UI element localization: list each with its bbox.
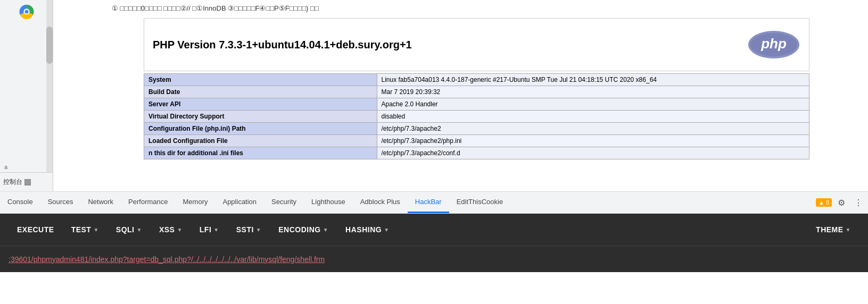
tab-item-memory[interactable]: Memory xyxy=(176,192,216,213)
hackbar-btn-xss[interactable]: XSS▼ xyxy=(151,221,191,238)
hackbar-btn-execute[interactable]: EXECUTE xyxy=(9,221,63,238)
svg-text:php: php xyxy=(760,36,787,52)
table-row: Build DateMar 7 2019 20:39:32 xyxy=(144,86,809,98)
garbled-text-line: ① □□□□□0□□□□ □□□□②// □①InnoDB ③□□□□□F④□□… xyxy=(53,0,868,16)
vertical-scrollbar[interactable] xyxy=(46,0,53,191)
table-row: Configuration File (php.ini) Path/etc/ph… xyxy=(144,123,809,135)
tab-item-hackbar[interactable]: HackBar xyxy=(408,192,449,213)
dropdown-arrow: ▼ xyxy=(213,227,219,233)
main-content: ① □□□□□0□□□□ □□□□②// □①InnoDB ③□□□□□F④□□… xyxy=(53,0,868,191)
php-logo: php xyxy=(747,29,800,60)
table-row: Loaded Configuration File/etc/php/7.3/ap… xyxy=(144,135,809,147)
table-row: SystemLinux fab5a704a013 4.4.0-187-gener… xyxy=(144,74,809,86)
warning-badge[interactable]: ▲ 8 xyxy=(816,198,832,207)
chrome-icon xyxy=(18,3,35,20)
table-cell-label: System xyxy=(144,74,377,86)
tab-item-console[interactable]: Console xyxy=(0,192,40,213)
tab-item-sources[interactable]: Sources xyxy=(40,192,81,213)
tab-item-performance[interactable]: Performance xyxy=(121,192,175,213)
dropdown-arrow: ▼ xyxy=(93,227,98,233)
table-row: Virtual Directory Supportdisabled xyxy=(144,111,809,123)
php-info-table: SystemLinux fab5a704a013 4.4.0-187-gener… xyxy=(144,73,809,159)
table-cell-value: /etc/php/7.3/apache2/php.ini xyxy=(377,135,809,147)
dropdown-arrow: ▼ xyxy=(384,227,389,233)
tabs-right-controls: ▲ 8 ⚙ ⋮ xyxy=(816,192,868,213)
dropdown-arrow: ▼ xyxy=(323,227,328,233)
table-cell-value: /etc/php/7.3/apache2 xyxy=(377,123,809,135)
dropdown-arrow: ▼ xyxy=(846,227,851,233)
scroll-thumb[interactable] xyxy=(46,27,53,64)
tab-item-adblock-plus[interactable]: Adblock Plus xyxy=(353,192,408,213)
table-cell-value: /etc/php/7.3/apache2/conf.d xyxy=(377,147,809,159)
more-button[interactable]: ⋮ xyxy=(851,195,866,210)
tab-item-security[interactable]: Security xyxy=(264,192,304,213)
hackbar-btn-theme[interactable]: THEME▼ xyxy=(807,221,859,238)
left-sidebar: 控制台 a xyxy=(0,0,53,191)
hackbar-btn-sqli[interactable]: SQLI▼ xyxy=(108,221,151,238)
tab-item-application[interactable]: Application xyxy=(215,192,264,213)
devtools-tabs-bar: ConsoleSourcesNetworkPerformanceMemoryAp… xyxy=(0,191,868,214)
hackbar-btn-ssti[interactable]: SSTI▼ xyxy=(228,221,270,238)
table-cell-label: Server API xyxy=(144,98,377,111)
table-cell-label: Configuration File (php.ini) Path xyxy=(144,123,377,135)
table-row: n this dir for additional .ini files/etc… xyxy=(144,147,809,159)
hackbar-btn-encoding[interactable]: ENCODING▼ xyxy=(270,221,337,238)
dropdown-arrow: ▼ xyxy=(256,227,261,233)
sidebar-letter: a xyxy=(4,164,7,170)
hackbar-toolbar: EXECUTETEST▼SQLI▼XSS▼LFI▼SSTI▼ENCODING▼H… xyxy=(0,214,868,246)
table-cell-value: Mar 7 2019 20:39:32 xyxy=(377,86,809,98)
table-row: Server APIApache 2.0 Handler xyxy=(144,98,809,111)
hackbar-btn-lfi[interactable]: LFI▼ xyxy=(191,221,228,238)
hackbar-btn-test[interactable]: TEST▼ xyxy=(63,221,108,238)
table-cell-label: n this dir for additional .ini files xyxy=(144,147,377,159)
svg-point-3 xyxy=(24,10,28,14)
table-cell-label: Build Date xyxy=(144,86,377,98)
settings-button[interactable]: ⚙ xyxy=(834,195,849,210)
table-cell-value: Apache 2.0 Handler xyxy=(377,98,809,111)
table-cell-label: Loaded Configuration File xyxy=(144,135,377,147)
php-version-text: PHP Version 7.3.3-1+ubuntu14.04.1+deb.su… xyxy=(153,39,412,51)
url-bar: :39601/phpmyadmin481/index.php?target=db… xyxy=(0,246,868,272)
panel-icon xyxy=(24,179,31,185)
php-info-box: PHP Version 7.3.3-1+ubuntu14.04.1+deb.su… xyxy=(144,18,809,71)
console-panel-label: 控制台 xyxy=(0,172,53,191)
tab-item-editthiscookie[interactable]: EditThisCookie xyxy=(449,192,510,213)
tab-item-network[interactable]: Network xyxy=(80,192,121,213)
tab-item-lighthouse[interactable]: Lighthouse xyxy=(304,192,353,213)
dropdown-arrow: ▼ xyxy=(136,227,142,233)
table-cell-label: Virtual Directory Support xyxy=(144,111,377,123)
hackbar-btn-hashing[interactable]: HASHING▼ xyxy=(337,221,398,238)
table-cell-value: Linux fab5a704a013 4.4.0-187-generic #21… xyxy=(377,74,809,86)
url-text[interactable]: :39601/phpmyadmin481/index.php?target=db… xyxy=(9,255,325,264)
table-cell-value: disabled xyxy=(377,111,809,123)
dropdown-arrow: ▼ xyxy=(177,227,182,233)
console-label-text: 控制台 xyxy=(3,178,22,187)
